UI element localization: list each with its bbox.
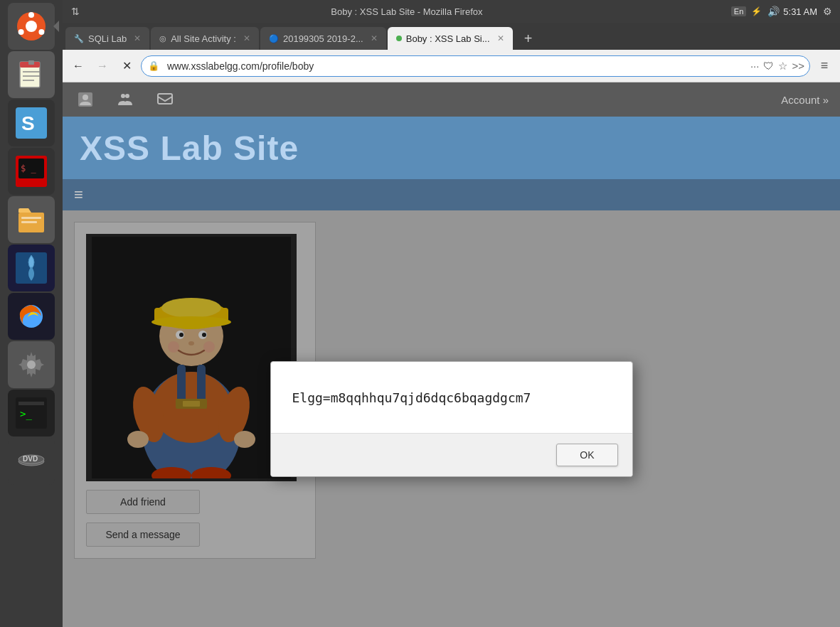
- site-title: XSS Lab Site: [80, 129, 299, 168]
- modal-message: Elgg=m8qqhhqu7qjd6dqc6bqagdgcm7: [292, 390, 611, 405]
- tab-close-1[interactable]: ✕: [134, 33, 141, 43]
- svg-rect-18: [21, 221, 37, 223]
- svg-point-3: [38, 29, 44, 35]
- bluetooth-icon: ⇅: [68, 4, 83, 18]
- address-input[interactable]: [141, 55, 810, 77]
- svg-point-22: [27, 360, 36, 369]
- notepad-icon[interactable]: [8, 51, 55, 98]
- tab-bar: 🔧 SQLi Lab ✕ ◎ All Site Activity : ✕ 🔵 2…: [63, 23, 840, 50]
- tab-label: SQLi Lab: [88, 33, 127, 44]
- firefox-icon[interactable]: [8, 293, 55, 340]
- address-wrap: 🔒 ··· 🛡 ☆ >>: [141, 55, 810, 77]
- menu-toggle-button[interactable]: ≡: [74, 186, 83, 204]
- tab-favicon3: 🔵: [269, 34, 279, 43]
- sound-icon: 🔊: [766, 4, 780, 18]
- modal-ok-button[interactable]: OK: [556, 444, 617, 466]
- alert-dialog: Elgg=m8qqhhqu7qjd6dqc6bqagdgcm7 OK: [270, 361, 633, 477]
- tab-sqli-lab[interactable]: 🔧 SQLi Lab ✕: [65, 27, 149, 50]
- terminal-red-icon[interactable]: $ _: [8, 148, 55, 195]
- ubuntu-icon[interactable]: [8, 3, 55, 50]
- language-badge: En: [731, 6, 746, 16]
- title-bar: ⇅ Boby : XSS Lab Site - Mozilla Firefox …: [63, 0, 840, 23]
- address-bar-icons: ··· 🛡 ☆ >>: [750, 60, 804, 73]
- svg-text:DVD: DVD: [23, 455, 38, 463]
- svg-point-4: [18, 29, 24, 35]
- tab-20199305[interactable]: 🔵 20199305 2019-2... ✕: [260, 27, 386, 50]
- svg-rect-24: [18, 402, 44, 405]
- page-navigation: ≡: [63, 179, 840, 210]
- files-icon[interactable]: [8, 196, 55, 243]
- window-title: Boby : XSS Lab Site - Mozilla Firefox: [85, 6, 728, 17]
- tab-label2: All Site Activity :: [171, 33, 236, 44]
- svg-point-31: [121, 94, 125, 98]
- system-time: 5:31 AM: [783, 6, 817, 17]
- svg-point-32: [125, 94, 129, 98]
- svg-rect-17: [21, 217, 41, 219]
- toolbar-right: ≡: [814, 56, 834, 76]
- new-tab-button[interactable]: +: [517, 27, 540, 50]
- svg-point-30: [83, 95, 88, 100]
- settings-icon[interactable]: [8, 341, 55, 388]
- site-avatar-icon[interactable]: [74, 88, 97, 111]
- site-content: Account » XSS Lab Site ≡: [63, 82, 840, 627]
- modal-body: Elgg=m8qqhhqu7qjd6dqc6bqagdgcm7: [271, 362, 632, 433]
- lock-icon: 🔒: [148, 60, 159, 71]
- sublime-text-icon[interactable]: S: [8, 100, 55, 146]
- forward-button[interactable]: →: [92, 56, 112, 76]
- svg-text:$ _: $ _: [21, 164, 36, 173]
- tab-label4: Boby : XSS Lab Si...: [406, 33, 490, 44]
- pocket-icon[interactable]: 🛡: [763, 60, 774, 72]
- tab-favicon: 🔧: [74, 34, 84, 43]
- tab-all-site-activity[interactable]: ◎ All Site Activity : ✕: [151, 27, 259, 50]
- tab-close-4[interactable]: ✕: [497, 33, 504, 43]
- taskbar: S $ _: [0, 0, 63, 627]
- address-bar: ← → ✕ 🔒 ··· 🛡 ☆ >> ≡: [63, 50, 840, 82]
- back-button[interactable]: ←: [68, 56, 88, 76]
- account-link[interactable]: Account »: [781, 94, 829, 106]
- site-header: XSS Lab Site: [63, 117, 840, 179]
- tab-label3: 20199305 2019-2...: [283, 33, 363, 44]
- hamburger-menu-button[interactable]: ≡: [814, 56, 834, 76]
- site-navigation: Account »: [63, 82, 840, 117]
- svg-rect-10: [28, 60, 34, 65]
- bookmark-icon[interactable]: ☆: [778, 60, 787, 73]
- site-message-icon[interactable]: [154, 88, 176, 111]
- svg-point-1: [26, 21, 37, 32]
- browser-window: ⇅ Boby : XSS Lab Site - Mozilla Firefox …: [63, 0, 840, 627]
- svg-text:S: S: [21, 112, 35, 134]
- svg-point-2: [28, 12, 34, 18]
- modal-overlay: Elgg=m8qqhhqu7qjd6dqc6bqagdgcm7 OK: [63, 210, 840, 627]
- refresh-button[interactable]: ✕: [117, 56, 137, 76]
- site-people-icon[interactable]: [114, 88, 137, 111]
- tab-active-dot: [396, 36, 402, 41]
- main-content: Add friend Send a message Elgg=m8qqhhqu7…: [63, 210, 840, 627]
- terminal-icon[interactable]: >_: [8, 390, 55, 436]
- tab-close-3[interactable]: ✕: [371, 33, 378, 43]
- tab-boby-xss[interactable]: Boby : XSS Lab Si... ✕: [388, 27, 513, 50]
- svg-text:>_: >_: [20, 408, 32, 420]
- bluetooth-icon2: ⚡: [749, 4, 763, 18]
- extensions-icon[interactable]: >>: [792, 60, 804, 72]
- wireshark-icon[interactable]: [8, 245, 55, 291]
- tab-close-2[interactable]: ✕: [243, 33, 250, 43]
- more-options-icon[interactable]: ···: [750, 60, 760, 72]
- system-settings-icon[interactable]: ⚙: [820, 4, 834, 18]
- svg-rect-33: [158, 94, 172, 104]
- dvd-icon[interactable]: DVD: [8, 438, 55, 485]
- modal-footer: OK: [271, 433, 632, 476]
- tab-favicon2: ◎: [159, 34, 166, 43]
